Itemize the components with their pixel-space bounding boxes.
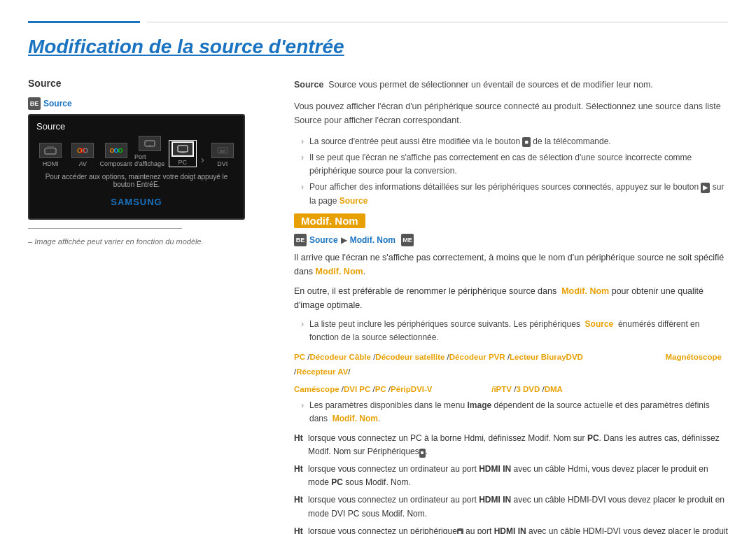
note-item-hdmi-dvi: Ht lorsque vous connectez un ordinateur … xyxy=(294,493,728,520)
svg-text:DVI: DVI xyxy=(220,149,225,153)
note-marker-4: Ht xyxy=(294,525,305,534)
dvi-label: DVI xyxy=(217,160,227,167)
bullet-item-2: Il se peut que l'écran ne s'affiche pas … xyxy=(301,151,728,178)
main-layout: Source BE Source Source HDMI xyxy=(28,78,728,534)
note-item-image: Les paramètres disponibles dans le menu … xyxy=(301,399,728,426)
svg-point-5 xyxy=(110,149,113,153)
menu-icon-be: BE xyxy=(28,97,41,110)
modif-nom-heading: Modif. Nom xyxy=(294,213,365,228)
modif-nom-bullet1: La liste peut inclure les périphériques … xyxy=(301,318,728,344)
source-icons-row: HDMI AV Composant xyxy=(36,136,237,167)
source-scroll-arrow[interactable]: › xyxy=(201,152,204,167)
svg-point-7 xyxy=(118,149,122,153)
source-icon-hdmi: HDMI xyxy=(36,143,64,167)
port-icon-box xyxy=(139,136,161,151)
source-icon-av: AV xyxy=(69,143,97,167)
menu-path-source: BE Source xyxy=(28,97,266,110)
av-label: AV xyxy=(79,160,87,167)
source-screen-mockup: Source HDMI AV xyxy=(28,114,245,220)
intro-text-1: Source Source vous permet de sélectionne… xyxy=(294,78,728,92)
note-text-2: lorsque vous connectez un ordinateur au … xyxy=(308,463,728,489)
modif-menu-be: BE xyxy=(294,234,307,246)
dvi-icon-box: DVI xyxy=(211,143,234,158)
page-title: Modification de la source d'entrée xyxy=(28,36,728,58)
note-item-periph-hdmi-dvi: Ht lorsque vous connectez un périphériqu… xyxy=(294,525,728,534)
modif-nom-menu-path: BE Source ▶ Modif. Nom ME xyxy=(294,234,728,246)
note-marker-2: Ht xyxy=(294,463,305,476)
modif-menu-me: ME xyxy=(401,234,414,246)
bullet-item-1: La source d'entrée peut aussi être modif… xyxy=(301,135,728,148)
source-label-row: Source xyxy=(28,78,266,93)
source-instruction: Pour accéder aux options, maintenez votr… xyxy=(36,173,237,188)
blue-line xyxy=(28,21,140,23)
source-icon-composant: Composant xyxy=(102,143,131,167)
top-decorative-line xyxy=(28,21,728,23)
hdmi-icon-box xyxy=(39,143,62,158)
menu-path-source-text: Source xyxy=(43,99,72,108)
source-icon-port: Port d'affichage xyxy=(135,136,164,167)
source-icon-pc[interactable]: PC xyxy=(169,140,197,167)
note-marker-1: Ht xyxy=(294,432,305,445)
composant-icon-box xyxy=(105,143,127,158)
color-list-row1: PC /Décodeur Câble /Décodeur satellite /… xyxy=(294,350,728,379)
intro-text-2: Vous pouvez afficher l'écran d'un périph… xyxy=(294,99,728,128)
note-marker-3: Ht xyxy=(294,493,305,507)
color-list-row2: Caméscope /DVI PC /PC /PéripDVI-V /iPTV … xyxy=(294,382,728,397)
pc-label: PC xyxy=(178,159,188,166)
note-text-4: lorsque vous connectez un périphérique■ … xyxy=(308,525,728,534)
source-screen-title: Source xyxy=(36,121,237,132)
modif-menu-source: Source xyxy=(309,235,338,245)
port-label: Port d'affichage xyxy=(134,153,164,167)
left-divider xyxy=(28,228,182,229)
modif-nom-para2: En outre, il est préférable de renommer … xyxy=(294,284,728,312)
svg-rect-0 xyxy=(45,148,56,154)
right-column: Source Source vous permet de sélectionne… xyxy=(294,78,728,534)
composant-label: Composant xyxy=(100,160,132,167)
note-text-3: lorsque vous connectez un ordinateur au … xyxy=(308,493,728,520)
av-icon-box xyxy=(71,143,94,158)
svg-rect-10 xyxy=(178,146,188,152)
modif-nom-section: Modif. Nom BE Source ▶ Modif. Nom ME Il … xyxy=(294,213,728,534)
hdmi-label: HDMI xyxy=(43,160,59,167)
pc-icon-box xyxy=(172,141,194,157)
svg-point-4 xyxy=(83,148,88,153)
note-item-hdmi-in: Ht lorsque vous connectez un ordinateur … xyxy=(294,463,728,489)
source-icon-dvi: DVI DVI xyxy=(209,143,237,167)
bullet-item-3: Pour afficher des informations détaillée… xyxy=(301,181,728,207)
note-item-pc-hdmi: Ht lorsque vous connectez un PC à la bor… xyxy=(294,432,728,458)
modif-nom-bullet-list: La liste peut inclure les périphériques … xyxy=(294,318,728,344)
samsung-logo: SAMSUNG xyxy=(36,194,237,210)
gray-line xyxy=(147,22,728,22)
svg-rect-1 xyxy=(47,146,54,149)
svg-point-6 xyxy=(114,149,118,153)
left-column: Source BE Source Source HDMI xyxy=(28,78,266,534)
source-section-label: Source xyxy=(28,78,61,89)
image-note: – Image affichée peut varier en fonction… xyxy=(28,237,266,246)
modif-nom-para1: Il arrive que l'écran ne s'affiche pas c… xyxy=(294,251,728,279)
intro-bullet-list: La source d'entrée peut aussi être modif… xyxy=(294,135,728,208)
note-text-1: lorsque vous connectez un PC à la borne … xyxy=(308,432,728,458)
modif-menu-arrow1: ▶ xyxy=(341,235,347,245)
modif-nom-notes: Les paramètres disponibles dans le menu … xyxy=(294,399,728,426)
modif-menu-modif-nom: Modif. Nom xyxy=(350,235,396,245)
